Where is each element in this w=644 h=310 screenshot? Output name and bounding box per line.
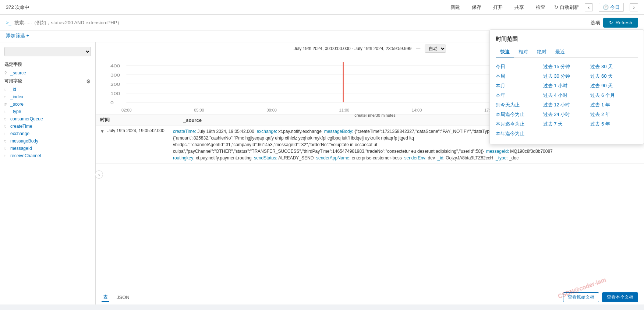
time-12h[interactable]: 过去 12 小时 [543,101,591,109]
time-quick-options: 今日 本周 本月 本年 到今天为止 本周迄今为止 本月迄今为止 本年迄今为止 过… [496,62,638,138]
tab-quick[interactable]: 快速 [496,47,514,57]
source-line-5: routingkey: xt.pay.notify.payment.routin… [173,155,553,161]
field-name-index: _index [10,94,23,99]
save-button[interactable]: 保存 [469,3,484,12]
time-5y[interactable]: 过去 5 年 [590,120,638,128]
field-consumerqueue[interactable]: t consumerQueue [0,115,95,123]
field-type-rc: t [4,154,9,158]
time-this-week[interactable]: 本周 [496,72,543,81]
chart-separator: — [416,46,420,51]
tab-relative[interactable]: 相对 [514,47,532,57]
options-button[interactable]: 选项 [591,20,600,26]
svg-text:0: 0 [110,101,114,105]
auto-refresh-button[interactable]: ↻ 自动刷新 [554,4,579,11]
time-1y[interactable]: 过去 1 年 [590,101,638,109]
search-input[interactable] [14,20,588,25]
search-bar: >_ 选项 ↻ Refresh [0,15,644,31]
field-messageid[interactable]: t messageId [0,145,95,152]
bottom-actions: 查看原始文档 查看本个文档 [563,292,638,302]
chart-interval-select[interactable]: 自动 [425,45,446,53]
view-this-doc-button[interactable]: 查看本个文档 [602,292,638,302]
tab-table[interactable]: 表 [102,293,109,302]
field-createtime[interactable]: t createTime [0,123,95,130]
time-year-to-date[interactable]: 本年迄今为止 [496,129,543,138]
field-name-rc: receiveChannel [10,153,41,158]
field-name-mi: messageId [10,146,32,151]
time-6mo[interactable]: 过去 6 个月 [590,91,638,100]
refresh-spin-icon: ↻ [609,20,613,25]
field-name-type: _type [10,109,21,114]
collapse-sidebar-button[interactable]: ‹ [95,170,103,179]
time-this-year[interactable]: 本年 [496,91,543,100]
time-30d[interactable]: 过去 30 天 [590,62,638,71]
time-this-month[interactable]: 本月 [496,81,543,90]
sidebar-dropdown [0,45,95,59]
tab-recent[interactable]: 最近 [551,47,569,57]
tab-json[interactable]: JSON [115,294,131,301]
field-receivechannel[interactable]: t receiveChannel [0,152,95,159]
time-1h[interactable]: 过去 1 小时 [543,81,591,90]
field-type-mi: t [4,146,9,151]
field-name-mb: messageBody [10,138,38,144]
new-button[interactable]: 新建 [447,3,463,12]
expand-button[interactable]: ▼ [100,129,105,134]
field-type-field[interactable]: t _type [0,108,95,115]
field-messagebody[interactable]: t messageBody [0,137,95,145]
svg-text:100: 100 [110,91,120,96]
bottom-tabs: 表 JSON 查看原始文档 查看本个文档 [96,290,644,304]
top-bar: 372 次命中 新建 保存 打开 共享 检查 ↻ 自动刷新 ‹ 🕐 今日 › [0,0,644,15]
top-bar-actions: 新建 保存 打开 共享 检查 ↻ 自动刷新 ‹ 🕐 今日 › [447,3,638,12]
time-15m[interactable]: 过去 15 分钟 [543,62,591,71]
time-today[interactable]: 今日 [496,62,543,71]
field-type-score: # [4,102,9,106]
time-col-1: 今日 本周 本月 本年 到今天为止 本周迄今为止 本月迄今为止 本年迄今为止 [496,62,543,138]
time-90d[interactable]: 过去 90 天 [590,81,638,90]
field-name-cq: consumerQueue [10,116,43,121]
view-raw-doc-button[interactable]: 查看原始文档 [563,292,599,302]
field-name-ct: createTime [10,124,32,129]
time-2y[interactable]: 过去 2 年 [590,110,638,119]
field-type-ex: t [4,131,9,136]
col-time: 时间 [100,117,110,123]
time-month-to-date[interactable]: 本月迄今为止 [496,120,543,128]
available-fields-header: 可用字段 ⚙ [0,77,95,86]
field-index[interactable]: t _index [0,93,95,101]
share-button[interactable]: 共享 [512,3,527,12]
field-source[interactable]: ? _source [0,69,95,77]
time-30m[interactable]: 过去 30 分钟 [543,72,591,81]
svg-text:300: 300 [110,73,120,77]
field-id[interactable]: t _id [0,86,95,93]
field-type-ct: t [4,124,9,128]
field-exchange[interactable]: t exchange [0,130,95,137]
svg-text:400: 400 [110,64,120,68]
field-type-type: t [4,109,9,114]
time-week-to-date[interactable]: 本周迄今为止 [496,110,543,119]
today-button[interactable]: 🕐 今日 [599,3,624,12]
add-filter-button[interactable]: 添加筛选 + [6,32,29,39]
next-arrow-button[interactable]: › [630,3,638,11]
refresh-icon: ↻ [554,4,558,10]
field-name-ex: exchange [10,131,29,136]
refresh-button[interactable]: ↻ Refresh [603,18,638,28]
field-type-cq: t [4,117,9,121]
prev-arrow-button[interactable]: ‹ [585,3,593,11]
field-score[interactable]: # _score [0,101,95,108]
time-7d[interactable]: 过去 7 天 [543,120,591,128]
time-to-today[interactable]: 到今天为止 [496,101,543,109]
time-col-3: 过去 30 天 过去 60 天 过去 90 天 过去 6 个月 过去 1 年 过… [590,62,638,138]
time-60d[interactable]: 过去 60 天 [590,72,638,81]
chart-time-range: July 19th 2024, 00:00:00.000 - July 19th… [294,46,411,51]
index-select[interactable] [4,47,91,56]
search-prefix: >_ [6,20,11,25]
svg-text:200: 200 [110,82,120,87]
time-4h[interactable]: 过去 4 小时 [543,91,591,100]
tab-absolute[interactable]: 绝对 [532,47,551,57]
available-fields-title: 可用字段 [4,78,86,84]
time-24h[interactable]: 过去 24 小时 [543,110,591,119]
open-button[interactable]: 打开 [490,3,506,12]
field-name-id: _id [10,87,16,92]
inspect-button[interactable]: 检查 [533,3,548,12]
tick-02: 02:00 [121,108,132,112]
field-type-mb: t [4,139,9,143]
gear-icon[interactable]: ⚙ [86,78,91,84]
